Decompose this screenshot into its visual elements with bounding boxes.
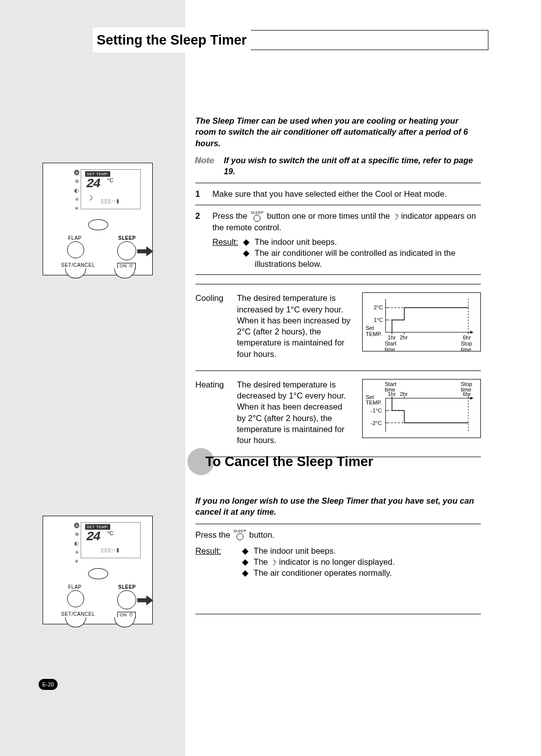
cooling-chart: Set TEMP. 2°C 1°C 1hr 2hr 6hr Start time… xyxy=(362,292,481,351)
section-cancel: To Cancel the Sleep Timer If you no long… xyxy=(185,448,486,620)
dry-icon: ◐ xyxy=(74,187,79,194)
axis-annot: Start time xyxy=(385,382,396,393)
tick-label: 1hr xyxy=(388,335,396,341)
lcd-row-icons: ▯▯▯◦◦▮ xyxy=(101,198,120,204)
pointing-hand-icon xyxy=(136,591,156,607)
mode-desc: The desired temperature is decreased by … xyxy=(237,379,353,446)
step-number: 1 xyxy=(195,188,204,199)
temp-unit: °C xyxy=(107,177,113,183)
dry-icon: ◐ xyxy=(74,540,79,547)
sleep-label: SLEEP xyxy=(118,235,136,241)
heating-row: Heating The desired temperature is decre… xyxy=(195,377,481,448)
rule xyxy=(195,205,481,205)
remote-illustration-1: 🅐 ❄ ◐ ✳ ☀ SET TEMP. 24 °C ☽ ▯▯▯◦◦▮ FLAP … xyxy=(43,163,153,275)
rule xyxy=(195,274,481,275)
mode-label: Heating xyxy=(195,379,228,390)
svg-marker-10 xyxy=(470,331,473,334)
sleep-indicator-icon: ☽ xyxy=(270,559,277,566)
temp-unit: °C xyxy=(107,530,113,536)
tick-label: -2°C xyxy=(371,421,382,427)
sun-icon: ☀ xyxy=(74,558,79,565)
mode-label: Cooling xyxy=(195,292,228,303)
remote-mode-icons: 🅐 ❄ ◐ ✳ ☀ xyxy=(73,170,80,212)
tick-label: 2hr xyxy=(400,392,408,398)
cooling-row: Cooling The desired temperature is incre… xyxy=(195,290,481,361)
section2-intro: If you no longer wish to use the Sleep T… xyxy=(195,495,481,518)
flap-label: FLAP xyxy=(68,584,82,590)
remote-illustration-2: 🅐 ❄ ◐ ✳ ☀ SET TEMP. 24 °C ▯▯▯◦◦▮ FLAP SL… xyxy=(43,516,153,624)
axis-annot: Stop time xyxy=(461,341,472,352)
page-title: Setting the Sleep Timer xyxy=(97,33,247,48)
sleep-button-icon: SLEEP xyxy=(233,529,246,540)
rule xyxy=(195,183,481,183)
tick-label: 6hr xyxy=(463,335,471,341)
sleep-button xyxy=(117,590,136,609)
snow-icon: ❄ xyxy=(75,531,79,538)
result-label: Result: xyxy=(212,236,238,270)
step-1: 1 Make sure that you have selected eithe… xyxy=(195,186,481,201)
tick-label: -1°C xyxy=(371,408,382,414)
page-number-prefix: E- xyxy=(42,681,48,687)
sleep-button xyxy=(117,241,136,260)
step2-text-b: button one or more times until the xyxy=(267,211,392,220)
result-label: Result: xyxy=(195,545,221,579)
rule xyxy=(195,524,481,524)
auto-icon: 🅐 xyxy=(74,170,80,176)
bullet-icon: ◆ xyxy=(243,247,249,270)
sleep-indicator-icon: ☽ xyxy=(87,194,93,202)
remote-oval-button xyxy=(88,219,108,230)
set-cancel-label: SET/CANCEL xyxy=(61,262,95,268)
sun-icon: ☀ xyxy=(74,205,79,212)
page-sidebar xyxy=(0,0,185,756)
fan-icon: ✳ xyxy=(75,196,79,203)
sleep-button-icon: SLEEP xyxy=(250,211,263,222)
auto-icon: 🅐 xyxy=(74,523,80,529)
intro-text: The Sleep Timer can be used when you are… xyxy=(195,115,481,149)
step2-text-a: Press the xyxy=(212,211,249,220)
axis-annot: Start time xyxy=(385,341,396,352)
axis-label: Set TEMP. xyxy=(366,325,382,337)
mode-desc: The desired temperature is increased by … xyxy=(237,292,353,359)
rule xyxy=(195,370,481,371)
heating-chart: Set TEMP. -1°C -2°C 1hr 2hr 6hr Start ti… xyxy=(362,379,481,438)
section2-title-row: To Cancel the Sleep Timer xyxy=(187,448,486,475)
rule xyxy=(195,614,481,614)
page-number: 20 xyxy=(48,681,54,687)
flap-label: FLAP xyxy=(68,235,82,241)
section2-title: To Cancel the Sleep Timer xyxy=(205,454,373,470)
flap-button xyxy=(67,241,84,258)
sleep-label: SLEEP xyxy=(118,584,136,590)
tick-label: 2hr xyxy=(400,335,408,341)
bullet-text: The air conditioner will be controlled a… xyxy=(254,247,481,270)
temp-value: 24 xyxy=(86,176,100,191)
note-row: Note If you wish to switch the unit off … xyxy=(195,155,481,177)
set-cancel-label: SET/CANCEL xyxy=(61,611,95,617)
note-text: If you wish to switch the unit off at a … xyxy=(224,155,481,177)
tick-label: 2°C xyxy=(374,305,383,311)
bullet-icon: ◆ xyxy=(242,567,248,578)
step-2: 2 Press the SLEEP button one or more tim… xyxy=(195,208,481,272)
bullet-icon: ◆ xyxy=(242,545,248,556)
lcd-row-icons: ▯▯▯◦◦▮ xyxy=(101,547,120,553)
snow-icon: ❄ xyxy=(75,178,79,185)
fan-icon: ✳ xyxy=(75,549,79,556)
temp-value: 24 xyxy=(86,529,100,544)
tick-label: 1°C xyxy=(374,317,383,323)
page-number-badge: E-20 xyxy=(39,679,58,690)
note-label: Note xyxy=(195,155,215,177)
press-text-b: button. xyxy=(249,529,275,540)
flap-button xyxy=(67,590,84,607)
step-number: 2 xyxy=(195,210,204,270)
press-text-a: Press the xyxy=(195,529,230,540)
remote-mode-icons: 🅐 ❄ ◐ ✳ ☀ xyxy=(73,523,80,565)
bullet-text: The indoor unit beeps. xyxy=(253,545,336,556)
rule xyxy=(195,284,481,284)
page-title-box: Setting the Sleep Timer xyxy=(93,28,251,53)
bullet-text: The ☽ indicator is no longer displayed. xyxy=(253,556,395,567)
pointing-hand-icon xyxy=(136,242,156,258)
main-body: The Sleep Timer can be used when you are… xyxy=(195,115,481,463)
axis-annot: Stop time xyxy=(461,382,472,393)
bullet-text: The indoor unit beeps. xyxy=(254,236,337,247)
bullet-text: The air conditioner operates normally. xyxy=(253,567,392,578)
bullet-icon: ◆ xyxy=(243,236,249,247)
